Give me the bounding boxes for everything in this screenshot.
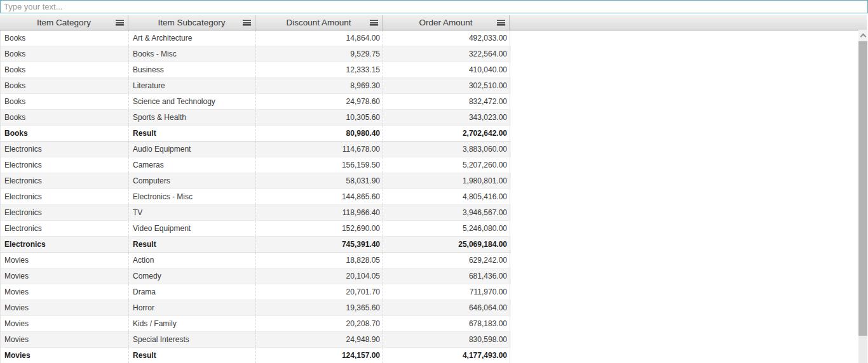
table-row[interactable]: Electronics Electronics - Misc 144,865.6… [1,189,511,205]
cell-discount-amount: 80,980.40 [256,126,383,141]
table-row[interactable]: Books Literature 8,969.30 302,510.00 [1,78,511,94]
table-row[interactable]: Movies Result 124,157.00 4,177,493.00 [1,348,511,363]
cell-order-amount: 681,436.00 [383,268,510,284]
scroll-up-button[interactable] [858,30,867,41]
cell-item-subcategory: Art & Architecture [129,30,256,46]
table-row[interactable]: Electronics Result 745,391.40 25,069,184… [1,237,511,253]
cell-discount-amount: 9,529.75 [256,46,383,62]
table-row[interactable]: Electronics Audio Equipment 114,678.00 3… [1,142,511,157]
table-row[interactable]: Electronics Computers 58,031.90 1,980,80… [1,173,511,189]
cell-item-subcategory: Literature [129,78,256,93]
cell-item-subcategory: TV [129,205,256,220]
table-row[interactable]: Movies Horror 19,365.60 646,064.00 [1,300,511,316]
cell-order-amount: 830,598.00 [383,332,510,347]
cell-discount-amount: 20,208.70 [256,316,383,331]
table-row[interactable]: Movies Comedy 20,104.05 681,436.00 [1,268,511,284]
column-header-order-amount[interactable]: Order Amount [383,15,510,30]
table-row[interactable]: Books Result 80,980.40 2,702,642.00 [1,126,511,142]
cell-item-category: Movies [1,316,129,331]
cell-order-amount: 5,246,080.00 [383,221,510,236]
cell-item-subcategory: Electronics - Misc [129,189,256,204]
cell-order-amount: 832,472.00 [383,94,510,109]
cell-item-category: Movies [1,348,129,363]
column-menu-icon[interactable] [243,20,251,25]
cell-item-category: Electronics [1,237,129,252]
cell-item-category: Electronics [1,205,129,220]
cell-order-amount: 322,564.00 [383,46,510,62]
data-grid: Item Category Item Subcategory Discount … [0,15,868,363]
cell-item-category: Movies [1,332,129,347]
table-row[interactable]: Books Science and Technology 24,978.60 8… [1,94,511,110]
cell-order-amount: 343,023.00 [383,110,510,125]
cell-discount-amount: 14,864.00 [256,30,383,46]
cell-item-subcategory: Business [129,62,256,77]
cell-order-amount: 410,040.00 [383,62,510,77]
grid-header: Item Category Item Subcategory Discount … [0,15,867,30]
column-header-label: Item Subcategory [158,18,226,27]
cell-item-subcategory: Result [129,348,256,363]
cell-item-category: Electronics [1,173,129,188]
table-row[interactable]: Books Sports & Health 10,305.60 343,023.… [1,110,511,126]
table-row[interactable]: Movies Special Interests 24,948.90 830,5… [1,332,511,348]
cell-discount-amount: 156,159.50 [256,157,383,173]
cell-item-category: Movies [1,284,129,300]
cell-item-category: Movies [1,253,129,268]
cell-order-amount: 3,883,060.00 [383,142,510,157]
cell-order-amount: 4,805,416.00 [383,189,510,204]
scrollbar-thumb[interactable] [858,41,867,336]
header-filler [510,15,867,30]
cell-discount-amount: 745,391.40 [256,237,383,252]
cell-item-category: Books [1,110,129,125]
cell-item-category: Electronics [1,221,129,236]
cell-order-amount: 1,980,801.00 [383,173,510,188]
cell-item-category: Books [1,62,129,77]
column-menu-icon[interactable] [497,20,505,25]
cell-discount-amount: 20,104.05 [256,268,383,284]
column-header-item-subcategory[interactable]: Item Subcategory [128,15,255,30]
column-header-label: Order Amount [419,18,472,27]
column-menu-icon[interactable] [370,20,378,25]
cell-item-subcategory: Computers [129,173,256,188]
table-row[interactable]: Movies Kids / Family 20,208.70 678,183.0… [1,316,511,332]
cell-discount-amount: 114,678.00 [256,142,383,157]
cell-item-category: Books [1,126,129,141]
chevron-up-icon [860,34,866,40]
column-header-label: Discount Amount [286,18,351,27]
grid-body: Books Art & Architecture 14,864.00 492,0… [0,30,511,363]
table-row[interactable]: Electronics TV 118,966.40 3,946,567.00 [1,205,511,221]
cell-discount-amount: 24,948.90 [256,332,383,347]
table-row[interactable]: Movies Action 18,828.05 629,242.00 [1,253,511,268]
cell-order-amount: 2,702,642.00 [383,126,510,141]
cell-item-subcategory: Result [129,126,256,141]
cell-item-category: Books [1,30,129,46]
cell-order-amount: 25,069,184.00 [383,237,510,252]
cell-item-subcategory: Kids / Family [129,316,256,331]
vertical-scrollbar[interactable] [858,30,867,363]
cell-order-amount: 646,064.00 [383,300,510,315]
cell-item-subcategory: Comedy [129,268,256,284]
cell-item-category: Books [1,94,129,109]
cell-discount-amount: 152,690.00 [256,221,383,236]
table-row[interactable]: Books Books - Misc 9,529.75 322,564.00 [1,46,511,62]
cell-item-category: Movies [1,300,129,315]
cell-item-category: Electronics [1,157,129,173]
column-menu-icon[interactable] [116,20,124,25]
cell-discount-amount: 58,031.90 [256,173,383,188]
table-row[interactable]: Books Business 12,333.15 410,040.00 [1,62,511,78]
cell-item-category: Books [1,78,129,93]
table-row[interactable]: Books Art & Architecture 14,864.00 492,0… [1,30,511,46]
table-row[interactable]: Movies Drama 20,701.70 711,970.00 [1,284,511,300]
cell-discount-amount: 20,701.70 [256,284,383,300]
column-header-item-category[interactable]: Item Category [0,15,128,30]
cell-order-amount: 678,183.00 [383,316,510,331]
cell-order-amount: 711,970.00 [383,284,510,300]
column-header-discount-amount[interactable]: Discount Amount [255,15,383,30]
cell-item-subcategory: Cameras [129,157,256,173]
table-row[interactable]: Electronics Video Equipment 152,690.00 5… [1,221,511,237]
cell-order-amount: 302,510.00 [383,78,510,93]
cell-discount-amount: 124,157.00 [256,348,383,363]
text-input[interactable] [0,0,868,13]
table-row[interactable]: Electronics Cameras 156,159.50 5,207,260… [1,157,511,173]
cell-discount-amount: 144,865.60 [256,189,383,204]
cell-item-subcategory: Books - Misc [129,46,256,62]
